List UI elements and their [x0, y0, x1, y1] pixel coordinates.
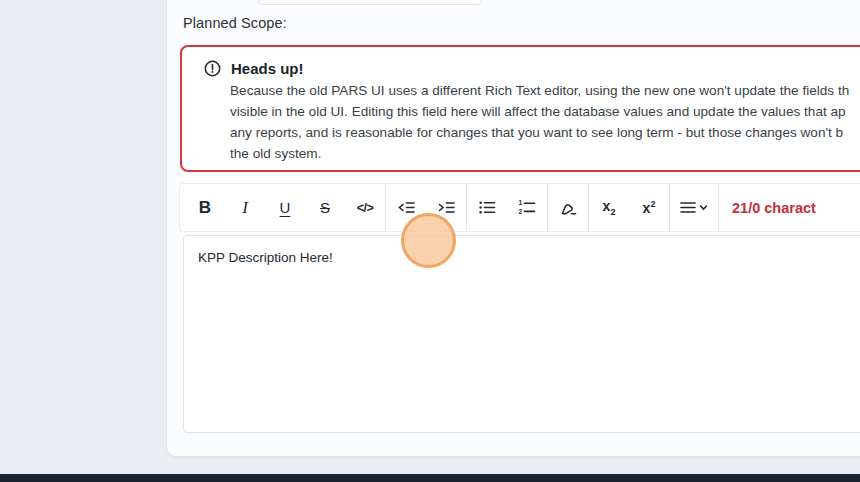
cropped-element-above — [258, 0, 482, 5]
italic-button[interactable]: I — [225, 184, 265, 231]
highlight-button[interactable] — [548, 184, 588, 231]
alert-body: Because the old PARS UI uses a different… — [230, 80, 846, 164]
subscript-button[interactable]: x2 — [589, 184, 629, 231]
character-counter: 21/0 charact — [732, 200, 816, 216]
subscript-label: x2 — [603, 198, 616, 217]
bulleted-list-icon — [478, 200, 496, 215]
alert-title: Heads up! — [231, 60, 304, 77]
toolbar-divider — [718, 184, 719, 231]
superscript-button[interactable]: x2 — [629, 184, 669, 231]
circle-exclamation-icon — [204, 60, 221, 77]
align-text-icon — [680, 201, 696, 214]
rich-text-toolbar: B I U S </> — [179, 183, 860, 232]
superscript-label: x2 — [643, 199, 656, 216]
alert-header: Heads up! — [204, 60, 846, 77]
click-highlight-annotation — [401, 213, 456, 268]
alert-text-line: visible in the old UI. Editing this fiel… — [230, 101, 846, 122]
outdent-icon — [396, 200, 416, 215]
numbered-list-button[interactable]: 1 2 — [507, 184, 547, 231]
heads-up-alert: Heads up! Because the old PARS UI uses a… — [180, 45, 860, 172]
alert-text-line: Because the old PARS UI uses a different… — [230, 80, 846, 101]
editor-content: KPP Description Here! — [198, 250, 853, 265]
bold-button[interactable]: B — [185, 184, 225, 231]
alert-text-line: any reports, and is reasonable for chang… — [230, 122, 846, 143]
code-button[interactable]: </> — [345, 184, 385, 231]
app-viewport: Planned Scope: Heads up! Because the old… — [0, 0, 860, 482]
alert-text-line: the old system. — [230, 143, 846, 164]
highlighter-pen-icon — [559, 200, 578, 216]
strikethrough-button[interactable]: S — [305, 184, 345, 231]
bulleted-list-button[interactable] — [467, 184, 507, 231]
underline-button[interactable]: U — [265, 184, 305, 231]
numbered-list-icon: 1 2 — [518, 200, 536, 215]
svg-text:1: 1 — [519, 200, 523, 206]
bottom-bar — [0, 474, 860, 482]
indent-icon — [436, 200, 456, 215]
planned-scope-label: Planned Scope: — [183, 15, 287, 31]
rich-text-editor[interactable]: KPP Description Here! — [183, 235, 860, 433]
text-alignment-dropdown[interactable] — [670, 184, 718, 231]
chevron-down-icon — [699, 204, 708, 211]
svg-text:2: 2 — [519, 208, 523, 215]
